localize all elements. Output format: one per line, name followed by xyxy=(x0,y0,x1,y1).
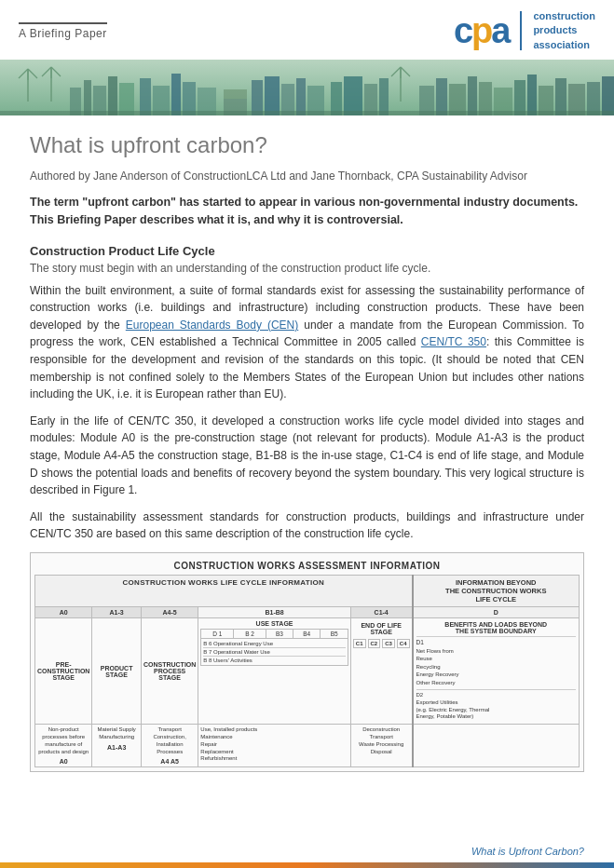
svg-rect-21 xyxy=(252,80,263,115)
svg-rect-44 xyxy=(568,84,585,115)
logo-divider xyxy=(520,11,522,50)
footer-page-label: What is Upfront Carbon? xyxy=(0,840,614,862)
logo-text: constructionproductsassociation xyxy=(533,9,595,52)
section1-title: Construction Product Life Cycle xyxy=(30,244,584,258)
top-bar: A Briefing Paper cpa constructionproduct… xyxy=(0,0,614,60)
logo-area: cpa constructionproductsassociation xyxy=(454,9,595,52)
lc-info-label: CONSTRUCTION WORKS LIFE CYCLE INFORMATIO… xyxy=(35,575,413,606)
paragraph-1: Within the built environment, a suite of… xyxy=(30,282,584,403)
svg-rect-46 xyxy=(602,76,614,115)
svg-rect-47 xyxy=(0,111,614,115)
svg-rect-16 xyxy=(171,74,181,115)
col-a4-header: A4-5 xyxy=(141,606,198,617)
main-content: What is upfront carbon? Authored by Jane… xyxy=(0,115,614,800)
info-beyond-label: INFORMATION BEYONDTHE CONSTRUCTION WORKS… xyxy=(413,575,580,606)
centc350-link[interactable]: CEN/TC 350 xyxy=(421,335,486,348)
a4-label: CONSTRUCTIONPROCESS STAGE xyxy=(141,617,198,724)
svg-rect-14 xyxy=(140,78,151,115)
page-footer: What is Upfront Carbon? xyxy=(0,840,614,868)
col-a0-header: A0 xyxy=(35,606,92,617)
svg-rect-41 xyxy=(527,75,537,115)
banner-image xyxy=(0,60,614,115)
use-stage-cell: USE STAGE D 1 B 2 B3 B4 B5 xyxy=(198,617,351,724)
b-desc: Use, Installed productsMaintenanceRepair… xyxy=(198,725,351,767)
svg-rect-45 xyxy=(587,82,600,115)
page: A Briefing Paper cpa constructionproduct… xyxy=(0,0,614,868)
svg-rect-38 xyxy=(479,82,492,115)
svg-rect-12 xyxy=(108,76,117,115)
svg-rect-27 xyxy=(344,76,362,115)
author-line: Authored by Jane Anderson of Constructio… xyxy=(30,170,584,183)
eol-label: END OF LIFE STAGE C1 C2 C3 C4 xyxy=(350,617,412,724)
svg-rect-13 xyxy=(119,83,134,115)
svg-rect-23 xyxy=(281,84,294,115)
briefing-label: A Briefing Paper xyxy=(19,22,107,40)
svg-rect-17 xyxy=(183,82,196,115)
svg-rect-40 xyxy=(514,80,525,115)
paragraph-2: Early in the life of CEN/TC 350, it deve… xyxy=(30,413,584,499)
d-cell: BENEFITS AND LOADS BEYONDTHE SYSTEM BOUN… xyxy=(413,617,580,724)
svg-rect-26 xyxy=(331,82,342,115)
svg-rect-19 xyxy=(224,89,247,99)
cpa-logo: cpa xyxy=(454,13,510,48)
svg-rect-29 xyxy=(379,78,389,115)
svg-rect-22 xyxy=(265,76,280,115)
shows-text: shows xyxy=(41,467,73,480)
svg-rect-36 xyxy=(449,84,466,115)
d-desc xyxy=(413,725,580,767)
section1-subtitle: The story must begin with an understandi… xyxy=(30,262,584,275)
a13-desc: Material SupplyManufacturing A1-A3 xyxy=(92,725,142,767)
intro-paragraph: The term "upfront carbon" has started to… xyxy=(30,194,584,229)
svg-rect-24 xyxy=(296,78,306,115)
col-c-header: C1-4 xyxy=(350,606,412,617)
svg-rect-10 xyxy=(84,80,91,115)
figure1: CONSTRUCTION WORKS ASSESSMENT INFORMATIO… xyxy=(30,552,584,772)
page-title: What is upfront carbon? xyxy=(30,132,584,158)
a13-label: PRODUCTSTAGE xyxy=(92,617,142,724)
paragraph-3: All the sustainability assessment standa… xyxy=(30,509,584,543)
a4-desc: TransportConstruction, Installation Proc… xyxy=(141,725,198,767)
lifecycle-table: CONSTRUCTION WORKS LIFE CYCLE INFORMATIO… xyxy=(34,575,580,767)
a0-label: PRE-CONSTRUCTIONSTAGE xyxy=(35,617,92,724)
footer-bar xyxy=(0,862,614,868)
col-a13-header: A1-3 xyxy=(92,606,142,617)
svg-rect-37 xyxy=(468,76,477,115)
col-d-header: D xyxy=(413,606,580,617)
svg-rect-28 xyxy=(364,84,377,115)
svg-rect-43 xyxy=(555,78,566,115)
col-b-header: B1-B8 xyxy=(198,606,351,617)
a0-desc: Non-product processes before manufacture… xyxy=(35,725,92,767)
c-desc: DeconstructionTransportWaste ProcessingD… xyxy=(350,725,412,767)
figure-title: CONSTRUCTION WORKS ASSESSMENT INFORMATIO… xyxy=(34,557,580,573)
cen-link[interactable]: European Standards Body (CEN) xyxy=(126,319,298,332)
svg-rect-35 xyxy=(436,78,447,115)
